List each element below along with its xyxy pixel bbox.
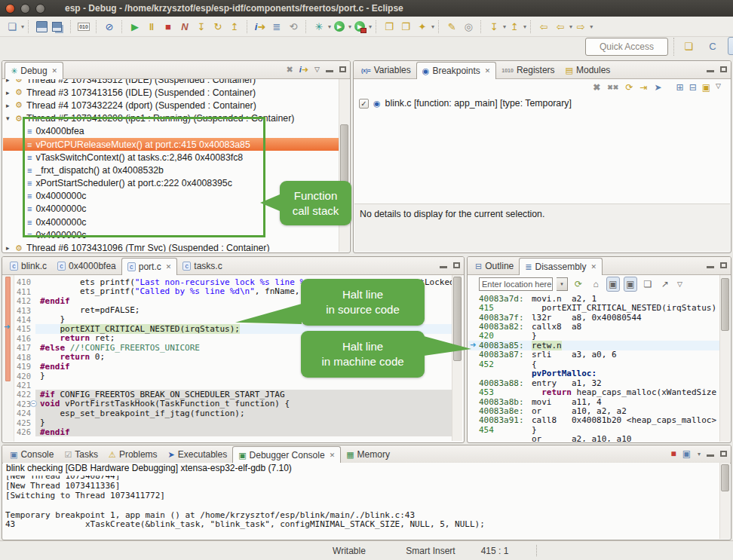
expand-arrow-icon[interactable]: ▾ xyxy=(6,115,15,122)
save-button[interactable] xyxy=(33,18,50,35)
cpp-perspective-button[interactable]: C xyxy=(704,37,722,55)
open-perspective-button[interactable]: ❏ xyxy=(679,37,698,55)
breakpoint-row[interactable]: ✓ ◉ blink.c [function: app_main] [type: … xyxy=(354,96,730,109)
view-menu-icon[interactable]: ▽ xyxy=(677,280,682,288)
thread-row[interactable]: ▸⚙Thread #2 1073415512 (IDLE) (Suspended… xyxy=(3,79,339,86)
stack-frame-row[interactable]: ≡vPortCPUReleaseMutex() at port.c:415 0x… xyxy=(3,138,339,151)
annotation-ruler[interactable]: ➜ xyxy=(3,275,14,442)
home-button[interactable]: ⌂ xyxy=(589,277,603,292)
terminate-button[interactable]: ■ xyxy=(160,18,176,35)
tab-memory[interactable]: ▦ Memory xyxy=(341,446,395,463)
minimize-icon[interactable] xyxy=(707,266,714,268)
suspend-button[interactable]: ‖ xyxy=(143,18,160,35)
external-tools-button[interactable]: ▶ xyxy=(351,18,368,35)
remove-all-terminated-icon[interactable]: ✖ xyxy=(287,65,293,75)
disassembly-row[interactable]: 420} xyxy=(468,332,720,341)
forward-button[interactable]: ⇨ xyxy=(572,18,589,35)
tab-executables[interactable]: ➤ Executables xyxy=(163,446,233,463)
remove-breakpoint-button[interactable]: ✖ xyxy=(593,82,600,93)
disassembly-row[interactable]: or a2, a10, a10 xyxy=(468,435,720,442)
expand-all-button[interactable]: ⊞ xyxy=(676,82,684,93)
window-maximize-button[interactable] xyxy=(35,4,45,14)
minimize-icon[interactable] xyxy=(707,70,714,72)
next-annotation-dropdown-icon[interactable]: ▾ xyxy=(523,23,526,30)
tab-debug[interactable]: ✳ Debug ✕ xyxy=(5,62,63,79)
tab-modules[interactable]: ▤ Modules xyxy=(560,62,616,78)
display-console-icon[interactable]: ▣ xyxy=(682,448,691,459)
back-history-button[interactable]: ⇦ xyxy=(535,18,552,35)
export-button[interactable]: ↗ xyxy=(658,277,672,292)
window-close-button[interactable] xyxy=(5,4,15,14)
remove-all-breakpoints-button[interactable]: ✖✖ xyxy=(607,84,618,91)
window-minimize-button[interactable] xyxy=(20,4,30,14)
disconnect-button[interactable]: N xyxy=(176,18,193,35)
tab-breakpoints[interactable]: ◉ Breakpoints ✕ xyxy=(416,62,497,79)
close-icon[interactable]: ✕ xyxy=(52,67,58,75)
instruction-stepping-toggle[interactable]: i➜ xyxy=(299,65,308,75)
next-annotation-button[interactable]: ↥ xyxy=(506,18,523,35)
expand-arrow-icon[interactable]: ▸ xyxy=(6,89,15,96)
skip-all-breakpoints-toggle[interactable]: ➤ xyxy=(655,82,662,93)
close-icon[interactable]: ✕ xyxy=(166,263,172,271)
search-button[interactable]: ✦ xyxy=(414,18,431,35)
new-view-button[interactable]: ❏ xyxy=(641,277,655,292)
disassembly-row[interactable]: 40083a88:entry a1, 32 xyxy=(468,378,720,387)
link-with-debug-button[interactable]: ▣ xyxy=(702,82,710,93)
maximize-icon[interactable] xyxy=(339,66,346,72)
stack-frame-row[interactable]: ≡vTaskSwitchContext() at tasks.c:2,846 0… xyxy=(3,151,339,164)
breakpoint-checkbox[interactable]: ✓ xyxy=(359,99,369,109)
pin-view-button[interactable]: ⟲ xyxy=(285,18,302,35)
location-input[interactable]: Enter location here xyxy=(479,277,553,291)
tab-console[interactable]: ▣ Console xyxy=(5,446,59,463)
close-icon[interactable]: ✕ xyxy=(330,451,336,459)
skip-all-breakpoints-button[interactable]: ⊘ xyxy=(101,18,118,35)
console-scrollbar[interactable] xyxy=(719,463,730,539)
thread-row[interactable]: ▾⚙Thread #5 1073410208 (ipc1 : Running) … xyxy=(3,112,339,125)
scrollbar-handle[interactable] xyxy=(721,464,729,491)
collapse-all-button[interactable]: ⊟ xyxy=(689,82,697,93)
console-dropdown-icon[interactable]: ▾ xyxy=(698,451,701,457)
tab-problems[interactable]: ⚠ Problems xyxy=(103,446,163,463)
disassembly-body[interactable]: 40083a7d:movi.n a2, 1415 portEXIT_CRITIC… xyxy=(468,292,720,442)
tab-debugger-console[interactable]: ▣ Debugger Console ✕ xyxy=(232,446,341,464)
disassembly-row[interactable]: 40083a8b:movi a11, 4 xyxy=(468,397,720,406)
disassembly-row[interactable]: 453 return heap_caps_malloc(xWantedSize xyxy=(468,387,720,396)
thread-row[interactable]: ▸⚙Thread #3 1073413156 (IDLE) (Suspended… xyxy=(3,86,339,99)
toggle-mark-button[interactable]: ◎ xyxy=(460,18,477,35)
step-into-button[interactable]: ↧ xyxy=(193,18,210,35)
tab-0x4000bfea[interactable]: c 0x4000bfea xyxy=(52,258,121,274)
tab-outline[interactable]: ⊟ Outline xyxy=(470,258,519,274)
code-line[interactable]: 424 esp_set_breakpoint_if_jtag(function)… xyxy=(14,409,453,418)
tab-disassembly[interactable]: ≣ Disassembly ✕ xyxy=(519,258,603,275)
disassembly-row[interactable]: 40083a7d:movi.n a2, 1 xyxy=(468,294,720,303)
step-return-button[interactable]: ↥ xyxy=(226,18,243,35)
resume-button[interactable]: ▶ xyxy=(127,18,143,35)
code-line[interactable]: 425} xyxy=(14,418,453,427)
code-line[interactable]: 426#endif xyxy=(14,427,453,436)
expand-arrow-icon[interactable]: ▸ xyxy=(6,79,15,84)
tab-blink-c[interactable]: c blink.c xyxy=(5,258,52,274)
stack-frame-row[interactable]: ≡0x4000000c xyxy=(3,228,339,241)
run-launch-button[interactable]: ▶ xyxy=(331,18,348,35)
view-menu-icon[interactable]: ▽ xyxy=(314,66,320,73)
expand-arrow-icon[interactable]: ▸ xyxy=(6,102,15,109)
console-output[interactable]: [New Thread 1073408744][New Thread 10734… xyxy=(5,476,720,539)
instruction-stepping-button[interactable]: i➜ xyxy=(252,18,268,35)
tab-variables[interactable]: (x)= Variables xyxy=(356,62,416,78)
minimize-icon[interactable] xyxy=(707,454,714,457)
fold-marker-icon[interactable]: − xyxy=(30,400,37,407)
view-menu-icon[interactable]: ▽ xyxy=(716,82,721,93)
forward-dropdown-icon[interactable]: ▾ xyxy=(590,23,593,30)
refresh-button[interactable]: ⟳ xyxy=(572,277,585,292)
instruction-mode-button[interactable]: ≣ xyxy=(268,18,285,35)
maximize-icon[interactable] xyxy=(720,262,727,268)
back-button[interactable]: ⇦ xyxy=(552,18,569,35)
disassembly-row[interactable]: pvPortMalloc: xyxy=(468,369,720,378)
new-wizard-icon[interactable]: ❏ xyxy=(4,18,20,35)
debug-launch-button[interactable]: ✳ xyxy=(311,18,327,35)
debug-perspective-button[interactable]: ✳ xyxy=(728,37,733,55)
code-line[interactable]: 423−void vPortFirstTaskHook(TaskFunction… xyxy=(14,399,453,409)
disassembly-row[interactable]: 454} xyxy=(468,425,720,434)
disassembly-row[interactable]: 40083a85:retw.n xyxy=(468,341,720,350)
thread-row[interactable]: ▸⚙Thread #4 1073432224 (dport) (Suspende… xyxy=(3,99,339,112)
